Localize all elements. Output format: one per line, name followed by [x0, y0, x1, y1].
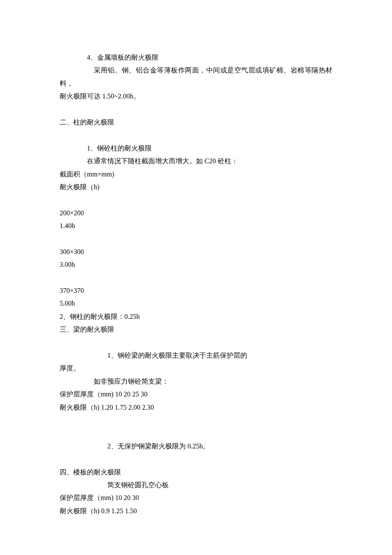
sec2-heading: 二、柱的耐火极限 — [60, 116, 332, 129]
spacer — [60, 336, 332, 349]
sec4-heading: 四、楼板的耐火极限 — [60, 466, 332, 479]
spacer — [60, 453, 332, 465]
sec4-sub: 简支钢砼圆孔空心板 — [60, 479, 332, 491]
sec2-d2b: 3.00h — [60, 258, 332, 271]
sec2-row-b: 耐火极限（h) — [60, 181, 332, 194]
sec2-d2a: 300×300 — [60, 246, 332, 258]
sec3-sub1-a: 1、钢砼梁的耐火极限主要取决于主筋保护层的 — [60, 349, 332, 362]
sec1-line2: 耐火极限可达 1.50~2.00h。 — [60, 90, 332, 103]
spacer — [60, 194, 332, 206]
sec3-heading: 三、梁的耐火极限 — [60, 323, 332, 336]
spacer — [60, 427, 332, 439]
sec3-sub1-c: 如非预应力钢砼简支梁： — [60, 375, 332, 388]
sec2-d3a: 370×370 — [60, 284, 332, 297]
sec1-title: 4、金属墙板的耐火极限 — [60, 51, 332, 64]
spacer — [60, 414, 332, 427]
spacer — [60, 103, 332, 116]
sec2-sub2: 2、钢柱的耐火极限：0.25h — [60, 310, 332, 323]
sec2-d3b: 5.00h — [60, 297, 332, 310]
sec2-sub1-line: 在通常情况下随柱截面增大而增大。如 C20 砼柱： — [60, 155, 332, 168]
sec4-row-a: 保护层厚度（mm) 10 20 30 — [60, 491, 332, 504]
spacer — [60, 232, 332, 245]
sec2-d1a: 200×200 — [60, 207, 332, 220]
sec1-line1: 采用铝、钢、铝合金等薄板作两面，中间或是空气层或填矿棉、岩棉等隔热材料， — [60, 64, 332, 90]
sec3-sub1-b: 厚度。 — [60, 362, 332, 375]
spacer — [60, 272, 332, 284]
sec4-row-b: 耐火极限（h) 0.9 1.25 1.50 — [60, 505, 332, 517]
sec2-row-a: 截面积（mm×mm) — [60, 168, 332, 181]
sec3-row-a: 保护层厚度（mm) 10 20 25 30 — [60, 388, 332, 401]
sec2-d1b: 1.40h — [60, 220, 332, 232]
sec3-row-b: 耐火极限（h) 1.20 1.75 2.00 2.30 — [60, 401, 332, 414]
sec2-sub1-title: 1、钢砼柱的耐火极限 — [60, 142, 332, 155]
spacer — [60, 129, 332, 142]
document-page: 4、金属墙板的耐火极限 采用铝、钢、铝合金等薄板作两面，中间或是空气层或填矿棉、… — [0, 0, 392, 555]
sec3-sub2: 2、无保护钢梁耐火极限为 0.25h。 — [60, 440, 332, 453]
